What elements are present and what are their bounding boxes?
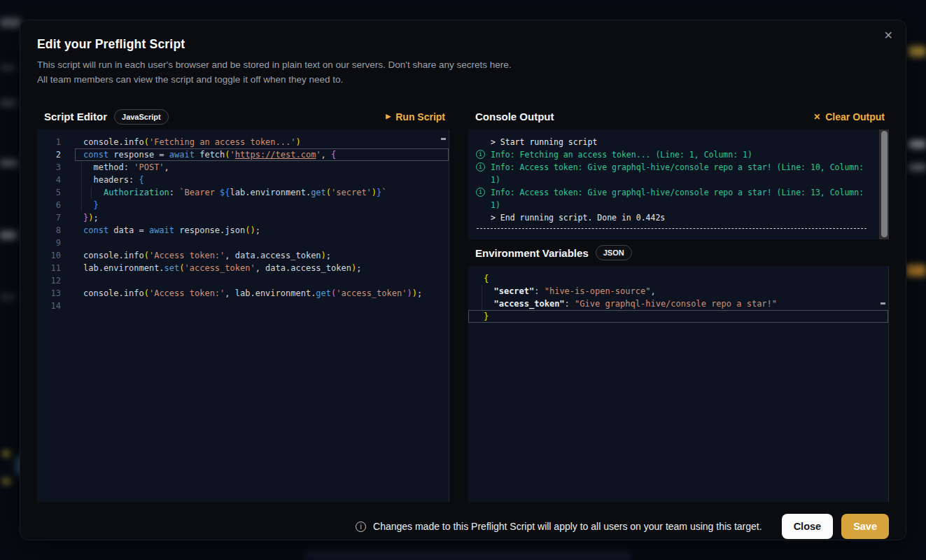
modal-description-line1: This script will run in each user's brow…	[37, 57, 889, 72]
background-blur-blob	[2, 479, 10, 484]
code-token: (	[144, 137, 149, 147]
code-token: (	[326, 188, 331, 197]
modal-title: Edit your Preflight Script	[37, 37, 889, 52]
console-output-header: Console Output ✕ Clear Output	[468, 104, 889, 130]
close-icon[interactable]: ✕	[884, 30, 893, 41]
script-code-line[interactable]: 5 Authorization: `Bearer ${lab.environme…	[37, 186, 449, 199]
line-number: 2	[37, 148, 68, 161]
console-entry: iInfo: Access token: Give graphql-hive/c…	[475, 186, 868, 211]
code-content: }	[75, 199, 449, 211]
script-code-line[interactable]: 14	[37, 300, 449, 312]
code-token: ,	[164, 162, 169, 172]
footer-notice-text: Changes made to this Preflight Script wi…	[373, 521, 762, 532]
line-number: 10	[37, 249, 68, 262]
console-entry-text: Info: Fetching an access token... (Line:…	[491, 150, 752, 160]
code-token: 'Fetching an access token...'	[149, 137, 296, 147]
script-editor-header: Script Editor JavaScript ▶ Run Script	[37, 104, 449, 130]
script-code-line[interactable]: 8const data = await response.json();	[37, 224, 449, 237]
env-code-line[interactable]: "secret": "hive-is-open-source",	[468, 285, 888, 298]
line-number: 11	[37, 262, 68, 274]
save-button[interactable]: Save	[841, 514, 889, 539]
console-entry-text: Info: Access token: Give graphql-hive/co…	[491, 162, 869, 185]
json-badge: JSON	[596, 245, 632, 260]
script-code-line[interactable]: 11lab.environment.set('access_token', da…	[37, 262, 449, 274]
code-content: });	[75, 211, 449, 224]
code-content: console.info('Fetching an access token..…	[75, 136, 449, 148]
info-circle-icon: i	[476, 150, 485, 159]
code-token: 'access_token'	[336, 288, 407, 298]
code-token: get	[316, 288, 331, 298]
script-code-line[interactable]: 1console.info('Fetching an access token.…	[37, 136, 449, 148]
line-number: 1	[37, 136, 68, 148]
line-number: 7	[37, 211, 68, 224]
script-code-line[interactable]: 3 method: 'POST',	[37, 161, 449, 174]
script-code-line[interactable]: 10console.info('Access token:', data.acc…	[37, 249, 449, 262]
code-token: console.info	[83, 137, 144, 147]
clear-output-button[interactable]: ✕ Clear Output	[813, 111, 888, 122]
code-token: response =	[108, 150, 169, 160]
script-code-line[interactable]: 12	[37, 274, 449, 287]
console-scrollbar[interactable]	[879, 130, 889, 239]
code-token: (	[144, 288, 149, 298]
code-content: const response = await fetch('https://te…	[75, 148, 449, 161]
line-number: 8	[37, 224, 68, 237]
env-code-line[interactable]: {	[468, 272, 888, 285]
info-circle-icon: i	[476, 162, 485, 172]
code-token: 'secret'	[331, 188, 372, 197]
script-code-line[interactable]: 7});	[37, 211, 449, 224]
line-number: 5	[37, 186, 68, 199]
line-number: 14	[37, 300, 68, 312]
script-code-line[interactable]: 9	[37, 237, 449, 249]
code-token: https://test.com	[235, 150, 316, 160]
script-code-line[interactable]: 2const response = await fetch('https://t…	[37, 148, 449, 161]
output-column: Console Output ✕ Clear Output > Start ru…	[468, 104, 889, 502]
console-output-title: Console Output	[475, 111, 554, 122]
code-token: set	[164, 263, 180, 273]
close-button[interactable]: Close	[782, 514, 834, 539]
script-code-editor[interactable]: 1console.info('Fetching an access token.…	[37, 130, 449, 502]
code-token: 'POST'	[134, 162, 164, 172]
code-content: const data = await response.json();	[75, 224, 449, 237]
code-token: :	[169, 188, 179, 197]
code-token: 'Access token:'	[149, 251, 225, 260]
code-token	[484, 299, 493, 309]
indent-guide	[91, 186, 92, 199]
console-entry: > End running script. Done in 0.442s	[475, 211, 868, 224]
code-token: "Give graphql-hive/console repo a star!"	[575, 299, 777, 309]
code-content	[75, 300, 449, 312]
code-token: await	[149, 225, 174, 235]
code-token: lab.environment.	[230, 188, 311, 197]
script-code-line[interactable]: 13console.info('Access token:', lab.envi…	[37, 287, 449, 300]
environment-variables-lines: { "secret": "hive-is-open-source", "acce…	[468, 272, 888, 323]
code-content	[75, 274, 449, 287]
script-code-line[interactable]: 6 }	[37, 199, 449, 211]
code-token: (	[179, 263, 184, 273]
environment-variables-editor[interactable]: { "secret": "hive-is-open-source", "acce…	[468, 266, 889, 502]
line-number: 3	[37, 161, 68, 174]
env-code-line[interactable]: }	[468, 310, 888, 323]
run-script-button[interactable]: ▶ Run Script	[386, 111, 448, 122]
console-scrollbar-thumb[interactable]	[881, 131, 888, 237]
code-token: , data.access_token	[255, 263, 351, 273]
indent-guide	[81, 174, 82, 186]
code-content: headers: {	[75, 174, 449, 186]
console-entry: iInfo: Fetching an access token... (Line…	[475, 148, 868, 161]
code-token	[484, 286, 493, 296]
code-token: "access_token"	[493, 299, 564, 309]
javascript-badge: JavaScript	[114, 109, 169, 125]
code-token: await	[169, 150, 195, 160]
console-entry: iInfo: Access token: Give graphql-hive/c…	[475, 161, 868, 186]
code-token: :	[534, 286, 544, 296]
code-token: method:	[83, 162, 134, 172]
code-token: ;	[255, 225, 260, 235]
code-token: "secret"	[493, 286, 534, 296]
script-editor-column: Script Editor JavaScript ▶ Run Script 1c…	[37, 104, 449, 502]
code-token: '	[230, 150, 235, 160]
code-token: data =	[108, 225, 149, 235]
code-token: :	[565, 299, 575, 309]
env-code-line[interactable]: "access_token": "Give graphql-hive/conso…	[468, 298, 888, 310]
code-token: fetch	[195, 150, 225, 160]
clear-output-label: Clear Output	[825, 111, 885, 122]
code-token: lab.environment.	[83, 263, 164, 273]
script-code-line[interactable]: 4 headers: {	[37, 174, 449, 186]
